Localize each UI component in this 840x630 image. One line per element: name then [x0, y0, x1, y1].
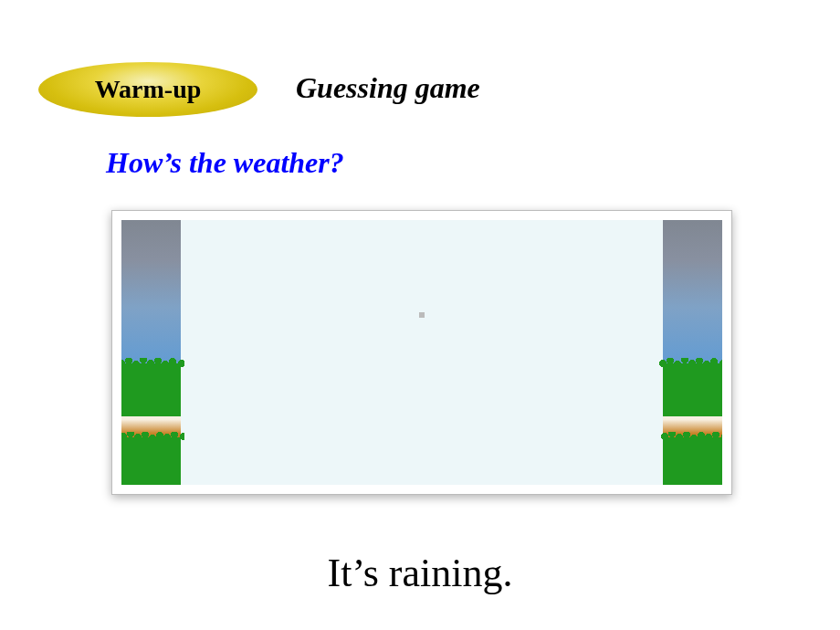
subtitle-text: Guessing game: [296, 71, 480, 105]
weather-image: [121, 220, 722, 485]
landscape-left-strip: [121, 220, 181, 485]
landscape-right-strip: [663, 220, 722, 485]
answer-text: It’s raining.: [0, 550, 840, 596]
center-dot-icon: [419, 312, 425, 318]
warm-up-badge: Warm-up: [38, 62, 257, 117]
weather-image-frame: [111, 210, 732, 495]
warm-up-badge-label: Warm-up: [95, 75, 202, 104]
question-text: How’s the weather?: [106, 146, 344, 180]
